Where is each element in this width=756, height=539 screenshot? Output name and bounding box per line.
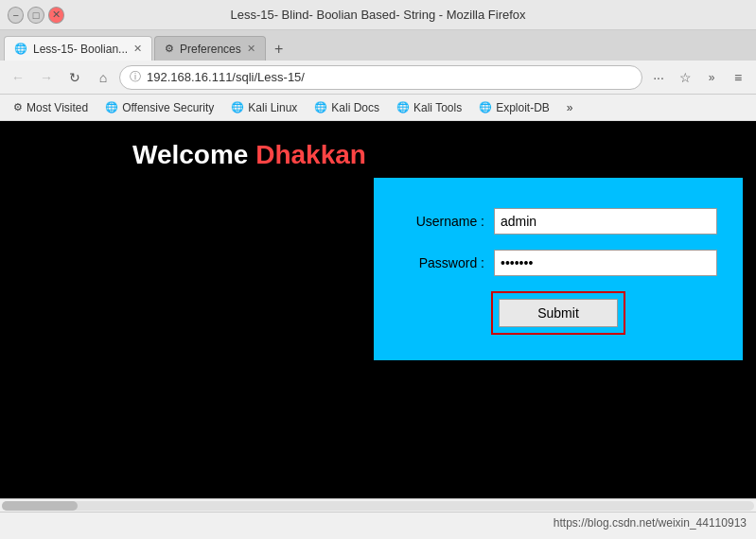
nav-right-buttons: ··· ☆ » ≡: [646, 65, 750, 90]
welcome-name: Dhakkan: [255, 140, 366, 169]
tab-preferences-label: Preferences: [180, 43, 241, 56]
bookmark-most-visited-label: Most Visited: [26, 101, 88, 114]
forward-button[interactable]: →: [34, 65, 59, 90]
back-button[interactable]: ←: [6, 65, 30, 90]
username-label: Username :: [399, 214, 484, 229]
tab-preferences[interactable]: ⚙ Preferences ✕: [154, 36, 266, 61]
password-row: Password :: [399, 250, 717, 276]
browser-content: Welcome Dhakkan Username : Password : Su…: [0, 121, 756, 498]
password-label: Password :: [399, 255, 484, 270]
login-form: Username : Password : Submit: [374, 178, 743, 360]
bookmark-offensive-security[interactable]: 🌐 Offensive Security: [97, 99, 221, 116]
bookmark-most-visited[interactable]: ⚙ Most Visited: [6, 99, 96, 116]
minimize-button[interactable]: −: [8, 7, 24, 24]
tab-bar: 🌐 Less-15- Boolian... ✕ ⚙ Preferences ✕ …: [0, 30, 756, 61]
tab-preferences-close[interactable]: ✕: [247, 43, 255, 55]
bookmark-kali-linux-label: Kali Linux: [248, 101, 297, 114]
tab-less15[interactable]: 🌐 Less-15- Boolian... ✕: [4, 36, 152, 61]
new-tab-button[interactable]: +: [268, 38, 290, 61]
scrollbar-track: [2, 501, 754, 511]
submit-wrapper: Submit: [491, 291, 625, 335]
bookmark-offensive-label: Offensive Security: [122, 101, 214, 114]
overflow-button[interactable]: »: [699, 65, 724, 90]
submit-button[interactable]: Submit: [499, 299, 618, 327]
bookmark-kali-tools[interactable]: 🌐 Kali Tools: [389, 99, 469, 116]
home-button[interactable]: ⌂: [91, 65, 115, 90]
welcome-message: Welcome Dhakkan: [132, 140, 366, 170]
tab-gear-icon: ⚙: [165, 43, 174, 55]
username-input[interactable]: [494, 208, 717, 235]
status-url: https://blog.csdn.net/weixin_44110913: [554, 516, 747, 530]
bookmarks-bar: ⚙ Most Visited 🌐 Offensive Security 🌐 Ka…: [0, 95, 756, 121]
bookmark-globe-icon-2: 🌐: [231, 101, 244, 113]
bookmark-gear-icon: ⚙: [13, 101, 23, 113]
bookmark-globe-icon-5: 🌐: [479, 101, 492, 113]
bookmark-globe-icon-3: 🌐: [314, 101, 327, 113]
bookmark-kali-tools-label: Kali Tools: [413, 101, 462, 114]
lock-icon: ⓘ: [130, 69, 141, 85]
bookmark-globe-icon-4: 🌐: [396, 101, 410, 113]
bookmarks-overflow-button[interactable]: »: [559, 99, 581, 116]
maximize-button[interactable]: □: [27, 7, 44, 24]
bookmark-exploit-db[interactable]: 🌐 Exploit-DB: [471, 99, 557, 116]
window-title: Less-15- Blind- Boolian Based- String - …: [64, 8, 692, 22]
status-bar: https://blog.csdn.net/weixin_44110913: [0, 512, 756, 532]
title-bar: − □ ✕ Less-15- Blind- Boolian Based- Str…: [0, 0, 756, 30]
menu-button[interactable]: ≡: [726, 65, 750, 90]
nav-bar: ← → ↻ ⌂ ⓘ 192.168.16.111/sqli/Less-15/ ·…: [0, 61, 756, 95]
tab-globe-icon: 🌐: [14, 43, 27, 55]
welcome-prefix: Welcome: [132, 140, 248, 169]
close-button[interactable]: ✕: [48, 7, 64, 24]
bookmark-kali-docs-label: Kali Docs: [331, 101, 379, 114]
horizontal-scrollbar[interactable]: [0, 498, 756, 512]
bookmark-globe-icon-1: 🌐: [105, 101, 118, 113]
reload-button[interactable]: ↻: [62, 65, 87, 90]
bookmark-exploit-db-label: Exploit-DB: [496, 101, 550, 114]
bookmark-kali-linux[interactable]: 🌐 Kali Linux: [223, 99, 305, 116]
password-input[interactable]: [494, 250, 717, 276]
submit-row: Submit: [399, 291, 717, 335]
tab-less15-label: Less-15- Boolian...: [33, 43, 128, 56]
tab-less15-close[interactable]: ✕: [133, 43, 142, 55]
bookmark-star-button[interactable]: ☆: [673, 65, 697, 90]
url-text: 192.168.16.111/sqli/Less-15/: [147, 70, 632, 84]
bookmark-kali-docs[interactable]: 🌐 Kali Docs: [307, 99, 387, 116]
address-bar[interactable]: ⓘ 192.168.16.111/sqli/Less-15/: [119, 65, 642, 90]
username-row: Username :: [399, 208, 717, 235]
scrollbar-thumb[interactable]: [2, 501, 78, 511]
more-button[interactable]: ···: [646, 65, 671, 90]
